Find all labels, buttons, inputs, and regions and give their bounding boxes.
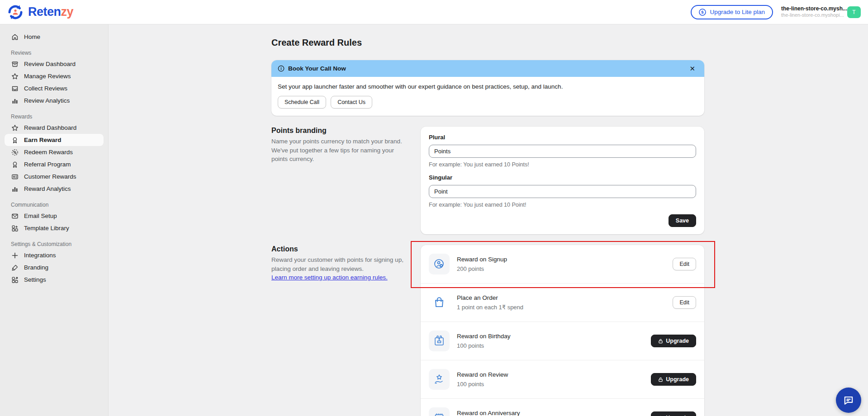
points-branding-description: Name your points currency to match your … [271,137,409,164]
singular-input[interactable] [429,185,696,198]
avatar[interactable]: T [847,6,861,18]
action-title: Reward on Signup [457,256,673,263]
home-icon [11,33,19,41]
sidebar-item-template-library[interactable]: Template Library [5,222,104,234]
chat-widget-button[interactable] [836,388,861,413]
sidebar-item-earn-reward[interactable]: Earn Reward [5,134,104,146]
action-row-reward-on-review: Reward on Review 100 points Upgrade [421,360,704,399]
user-plus-icon [429,254,450,274]
action-subtitle: 100 points [457,342,651,349]
plus-icon [11,251,19,259]
svg-text:$: $ [702,9,704,14]
plural-input[interactable] [429,145,696,158]
singular-helper: For example: You just earned 10 Point! [429,202,696,208]
bar-chart-icon [11,97,19,104]
plural-helper: For example: You just earned 10 Points! [429,161,696,168]
sidebar-item-label: Customer Rewards [24,173,76,180]
archive-icon [11,60,19,68]
banner-title: Book Your Call Now [288,65,683,72]
actions-description: Reward your customer with points for sig… [271,255,409,273]
main-area: Create Reward Rules Book Your Call Now ✕… [109,24,868,416]
upgrade-to-lite-plan-button[interactable]: $ Upgrade to Lite plan [691,5,773,19]
action-title: Place an Order [457,294,673,301]
schedule-call-button[interactable]: Schedule Call [278,96,326,109]
sidebar-item-label: Home [24,33,40,40]
dollar-circle-icon: $ [699,9,706,16]
store-info[interactable]: the-linen-store-co.mysh... the-linen-sto… [781,5,839,19]
discount-dashed-circle-icon [11,148,19,156]
sidebar-item-label: Earn Reward [24,137,62,143]
sidebar-item-reward-dashboard[interactable]: Reward Dashboard [5,122,104,134]
plural-label: Plural [429,134,696,141]
action-subtitle: 100 points [457,381,651,388]
sidebar-item-review-analytics[interactable]: Review Analytics [5,95,104,107]
paint-brush-icon [11,264,19,271]
sidebar-item-label: Redeem Rewards [24,149,73,156]
actions-section: Actions Reward your customer with points… [271,245,704,416]
action-title: Reward on Birthday [457,333,651,340]
upgrade-label: Upgrade [666,338,689,344]
store-name: the-linen-store-co.mysh... [781,5,839,12]
action-title: Reward on Anniversary [457,410,651,416]
sidebar-item-integrations[interactable]: Integrations [5,249,104,261]
action-row-reward-on-birthday: Reward on Birthday 100 points Upgrade [421,322,704,360]
upgrade-label: Upgrade to Lite plan [710,9,765,15]
sidebar-item-email-setup[interactable]: Email Setup [5,210,104,222]
save-button[interactable]: Save [669,214,696,227]
sidebar-item-label: Review Dashboard [24,61,76,67]
book-call-banner: Book Your Call Now ✕ Set your app launch… [271,60,704,116]
points-branding-section: Points branding Name your points currenc… [271,127,704,234]
upgrade-label: Upgrade [666,376,689,383]
retenzy-logo-icon [6,3,24,21]
sidebar-section-reviews: Reviews [5,50,104,56]
gift-calendar-icon [429,407,450,416]
action-subtitle: 1 point on each 1₹ spend [457,304,673,311]
top-header: Retenzy $ Upgrade to Lite plan the-linen… [0,0,868,24]
sidebar-item-referral-program[interactable]: Referral Program [5,158,104,170]
upgrade-button[interactable]: Upgrade [651,373,696,386]
learn-more-link[interactable]: Learn more setting up action earning rul… [271,274,388,281]
sidebar-item-label: Review Analytics [24,97,70,104]
sidebar-section-rewards: Rewards [5,113,104,120]
star-icon [11,72,19,80]
sidebar-item-label: Integrations [24,252,56,259]
actions-title: Actions [271,245,409,253]
sidebar-item-reward-analytics[interactable]: Reward Analytics [5,183,104,195]
sidebar-item-manage-reviews[interactable]: Manage Reviews [5,70,104,82]
close-icon[interactable]: ✕ [687,64,698,74]
sidebar-item-collect-reviews[interactable]: Collect Reviews [5,82,104,95]
sidebar-item-redeem-rewards[interactable]: Redeem Rewards [5,146,104,158]
grid-arrow-icon [11,276,19,284]
sidebar-item-settings[interactable]: Settings [5,274,104,286]
sidebar-item-label: Email Setup [24,213,57,219]
envelope-icon [11,212,19,220]
sidebar-item-home[interactable]: Home [5,31,104,43]
sidebar-item-review-dashboard[interactable]: Review Dashboard [5,58,104,70]
edit-button[interactable]: Edit [673,258,696,270]
sidebar-item-label: Manage Reviews [24,73,71,80]
info-icon [278,65,285,72]
upgrade-button[interactable]: Upgrade [651,411,696,416]
sidebar: Home Reviews Review Dashboard Manage Rev… [0,24,109,416]
sidebar-item-label: Reward Analytics [24,185,71,192]
banner-header: Book Your Call Now ✕ [271,60,704,77]
upgrade-button[interactable]: Upgrade [651,335,696,347]
edit-button[interactable]: Edit [673,296,696,309]
sidebar-item-label: Referral Program [24,161,71,168]
contact-us-button[interactable]: Contact Us [331,96,372,109]
actions-card: Reward on Signup 200 points Edit Place a… [421,245,704,416]
shopping-bag-icon [429,292,450,313]
brand: Retenzy [6,3,73,21]
grid-plus-icon [11,224,19,232]
points-branding-card: Plural For example: You just earned 10 P… [421,127,704,234]
chat-bubble-icon [843,394,854,406]
action-row-reward-on-anniversary: Reward on Anniversary 100 points Upgrade [421,399,704,416]
action-subtitle: 200 points [457,265,673,272]
sidebar-item-customer-rewards[interactable]: Customer Rewards [5,170,104,183]
gift-card-icon [11,173,19,180]
sidebar-item-branding[interactable]: Branding [5,261,104,274]
award-ribbon-icon [11,136,19,144]
sidebar-section-settings-customization: Settings & Customization [5,241,104,247]
singular-label: Singular [429,174,696,181]
sidebar-item-label: Collect Reviews [24,85,67,92]
